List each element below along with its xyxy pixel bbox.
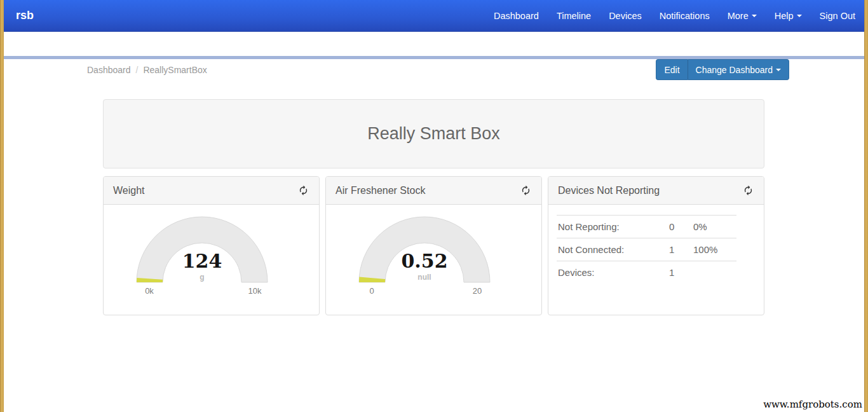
stat-count: 0 [668, 216, 692, 238]
nav-item-help[interactable]: Help [766, 0, 811, 32]
refresh-icon[interactable] [298, 185, 309, 196]
window-frame-right [864, 0, 868, 412]
stat-count: 1 [668, 261, 692, 284]
table-row: Not Connected: 1 100% [557, 238, 736, 261]
nav-item-more[interactable]: More [719, 0, 766, 32]
breadcrumb-current: ReallySmartBox [143, 65, 207, 75]
breadcrumb-separator: / [131, 65, 144, 75]
gauge-units-label: g [200, 273, 204, 282]
gauge-value: 0.52 [401, 250, 447, 272]
widget-title: Devices Not Reporting [558, 185, 660, 196]
nav-item-dashboard[interactable]: Dashboard [485, 0, 548, 32]
table-row: Devices: 1 [557, 261, 736, 284]
nav-item-sign-out[interactable]: Sign Out [811, 0, 864, 32]
nav-item-timeline[interactable]: Timeline [548, 0, 600, 32]
chevron-down-icon [797, 15, 802, 17]
refresh-icon[interactable] [520, 185, 532, 196]
edit-button[interactable]: Edit [656, 59, 687, 80]
gauge-min-label: 0k [145, 286, 154, 296]
widget-air-freshener-stock: Air Freshener Stock 0.52 null 0 20 [325, 176, 542, 315]
air-freshener-gauge: 0.52 null 0 20 [355, 211, 541, 301]
widget-weight: Weight 124 g 0k 10k [103, 176, 320, 315]
dashboard-toolbar: Edit Change Dashboard [656, 59, 789, 80]
stat-percent: 0% [692, 216, 736, 238]
weight-gauge: 124 g 0k 10k [132, 211, 319, 301]
gauge-max-label: 20 [473, 286, 482, 296]
stat-label: Devices: [557, 261, 668, 284]
stat-label: Not Reporting: [557, 216, 668, 238]
watermark: www.mfgrobots.com [763, 399, 862, 410]
widget-devices-not-reporting: Devices Not Reporting Not Reporting: 0 0… [548, 176, 764, 315]
dashboard-content: Really Smart Box Weight 124 g 0k 10k [103, 99, 764, 315]
breadcrumb: Dashboard/ReallySmartBox [87, 65, 207, 75]
stat-percent: 100% [692, 238, 736, 261]
change-dashboard-button[interactable]: Change Dashboard [688, 59, 789, 80]
device-stats-table: Not Reporting: 0 0% Not Connected: 1 100… [557, 215, 736, 284]
chevron-down-icon [776, 69, 781, 71]
table-row: Not Reporting: 0 0% [557, 216, 736, 238]
nav-item-devices[interactable]: Devices [600, 0, 651, 32]
gauge-max-label: 10k [248, 286, 262, 296]
gauge-units-label: null [417, 273, 431, 282]
gauge-value: 124 [182, 250, 222, 272]
navbar-menu: Dashboard Timeline Devices Notifications… [485, 0, 864, 32]
widget-row: Weight 124 g 0k 10k Air Freshener Stock [103, 176, 764, 315]
brand-logo[interactable]: rsb [4, 9, 43, 22]
widget-title: Weight [113, 185, 145, 196]
top-navbar: rsb Dashboard Timeline Devices Notificat… [4, 0, 864, 32]
refresh-icon[interactable] [743, 185, 754, 196]
dashboard-title-panel: Really Smart Box [103, 99, 764, 168]
breadcrumb-dashboard[interactable]: Dashboard [87, 65, 131, 75]
stat-count: 1 [668, 238, 692, 261]
stat-percent [692, 261, 736, 284]
page-title: Really Smart Box [367, 124, 500, 144]
chevron-down-icon [752, 15, 757, 17]
gauge-min-label: 0 [369, 286, 374, 296]
window-frame-left [0, 0, 4, 412]
stat-label: Not Connected: [557, 238, 668, 261]
nav-item-notifications[interactable]: Notifications [651, 0, 719, 32]
widget-title: Air Freshener Stock [336, 185, 425, 196]
